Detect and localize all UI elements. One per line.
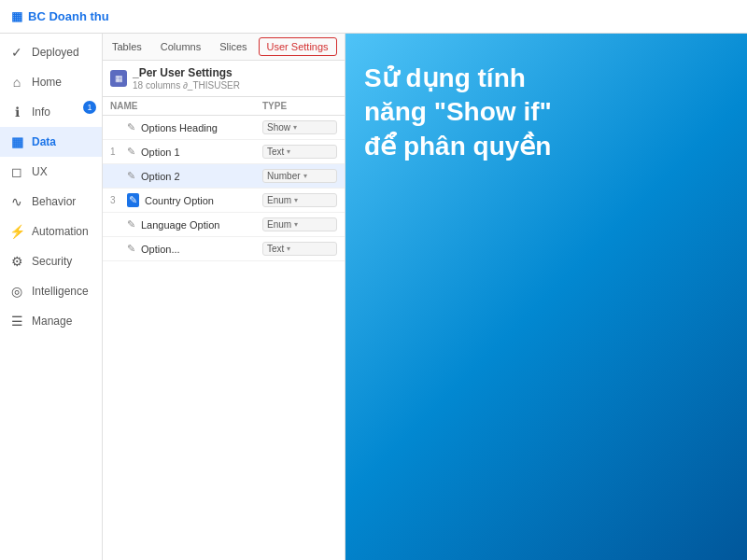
row-type: Number ▾ [262,169,337,183]
edit-icon: ✎ [127,218,135,231]
edit-icon: ✎ [127,146,135,158]
main-layout: ✓ Deployed ⌂ Home ℹ Info 1 ▦ Data ◻ UX ∿… [0,34,747,560]
row-type: Show ▾ [262,120,337,134]
tab-columns[interactable]: Columns [151,34,210,60]
promo-heading: Sử dụng tính năng "Show if" để phân quyề… [364,62,728,163]
row-type: Enum ▾ [262,217,337,231]
row-name: Option 1 [141,147,262,158]
type-dropdown[interactable]: Enum ▾ [262,217,337,231]
heading-line3: để phân quyền [364,130,728,163]
promo-text: Sử dụng tính năng "Show if" để phân quyề… [345,34,747,191]
table-rows: ✎ Options Heading Show ▾ 1 ✎ Option 1 Te… [103,116,345,560]
type-dropdown[interactable]: Number ▾ [262,169,337,183]
row-type: Text ▾ [262,145,337,159]
top-bar: ▦ BC Doanh thu [0,0,747,34]
tab-slices[interactable]: Slices [210,34,256,60]
intelligence-icon: ◎ [9,284,24,299]
dropdown-arrow: ▾ [293,123,297,132]
app-title: BC Doanh thu [28,9,109,23]
check-icon: ✓ [9,45,24,60]
sidebar-item-intelligence[interactable]: ◎ Intelligence [0,276,102,306]
table-header: ▦ _Per User Settings 18 columns ∂_THISUS… [103,61,345,97]
center-panel: Tables Columns Slices User Settings Opti… [103,34,345,560]
row-name: Option 2 [141,171,262,182]
dropdown-arrow: ▾ [303,172,307,180]
row-name: Language Option [141,219,262,231]
edit-icon: ✎ [127,121,135,133]
type-dropdown[interactable]: Text ▾ [262,145,337,159]
data-icon: ▦ [9,134,24,149]
sidebar-label-home: Home [32,76,62,89]
dropdown-arrow: ▾ [294,220,298,229]
tab-user-settings[interactable]: User Settings [259,37,337,56]
type-dropdown[interactable]: Show ▾ [262,120,337,134]
type-dropdown[interactable]: Text ▾ [262,242,337,256]
row-name: Options Heading [141,122,262,133]
ux-icon: ◻ [9,164,24,179]
right-section: Sử dụng tính năng "Show if" để phân quyề… [345,34,747,560]
dropdown-arrow: ▾ [287,147,290,156]
table-row[interactable]: ✎ Option 2 Number ▾ [103,164,345,189]
table-row[interactable]: ✎ Language Option Enum ▾ [103,213,345,237]
tab-bar: Tables Columns Slices User Settings Opti… [103,34,345,61]
sidebar-label-automation: Automation [32,225,89,238]
info-badge: 1 [83,101,96,114]
row-type: Text ▾ [262,242,337,256]
column-headers: NAME TYPE [103,97,345,116]
sidebar-label-behavior: Behavior [32,195,76,208]
sidebar-item-home[interactable]: ⌂ Home [0,67,102,97]
info-icon: ℹ [9,105,24,119]
row-type: Enum ▾ [262,193,337,207]
tab-options[interactable]: Optio... [339,34,345,60]
sidebar-item-manage[interactable]: ☰ Manage [0,306,102,336]
dropdown-arrow: ▾ [287,245,290,253]
edit-icon: ✎ [127,170,135,182]
table-meta: 18 columns ∂_THISUSER [133,80,240,91]
sidebar-label-intelligence: Intelligence [32,285,89,298]
type-dropdown[interactable]: Enum ▾ [262,193,337,207]
table-name: _Per User Settings [133,66,240,79]
app-logo: ▦ BC Doanh thu [11,9,109,23]
heading-line1: Sử dụng tính [364,62,728,95]
behavior-icon: ∿ [9,194,24,209]
row-num: 1 [110,147,123,157]
row-name: Option... [141,244,262,255]
header-type: TYPE [262,101,337,111]
sidebar-label-info: Info [32,105,50,119]
table-row[interactable]: 1 ✎ Option 1 Text ▾ [103,140,345,164]
edit-icon: ✎ [127,243,135,255]
sidebar-label-data: Data [32,135,56,148]
manage-icon: ☰ [9,314,24,329]
heading-line2: năng "Show if" [364,95,728,129]
sidebar-label-security: Security [32,255,72,268]
row-name: Country Option [145,195,262,206]
logo-icon: ▦ [11,9,22,23]
tab-tables[interactable]: Tables [103,34,151,60]
header-name: NAME [110,101,262,111]
table-icon: ▦ [110,70,127,87]
sidebar-label-deployed: Deployed [32,46,79,59]
sidebar: ✓ Deployed ⌂ Home ℹ Info 1 ▦ Data ◻ UX ∿… [0,34,103,560]
sidebar-item-deployed[interactable]: ✓ Deployed [0,37,102,67]
row-num: 3 [110,195,123,205]
table-row[interactable]: 3 ✎ Country Option Enum ▾ [103,189,345,213]
security-icon: ⚙ [9,254,24,269]
sidebar-label-ux: UX [32,165,48,178]
edit-icon-active: ✎ [127,193,139,207]
sidebar-item-behavior[interactable]: ∿ Behavior [0,187,102,217]
sidebar-item-ux[interactable]: ◻ UX [0,157,102,187]
sidebar-label-manage: Manage [32,315,72,328]
sidebar-item-security[interactable]: ⚙ Security [0,246,102,276]
sidebar-item-automation[interactable]: ⚡ Automation [0,217,102,246]
dropdown-arrow: ▾ [294,196,298,204]
sidebar-item-info[interactable]: ℹ Info 1 [0,97,102,127]
table-row[interactable]: ✎ Option... Text ▾ [103,237,345,261]
sidebar-item-data[interactable]: ▦ Data [0,127,102,157]
table-row[interactable]: ✎ Options Heading Show ▾ [103,116,345,140]
home-icon: ⌂ [9,75,24,90]
automation-icon: ⚡ [9,224,24,239]
